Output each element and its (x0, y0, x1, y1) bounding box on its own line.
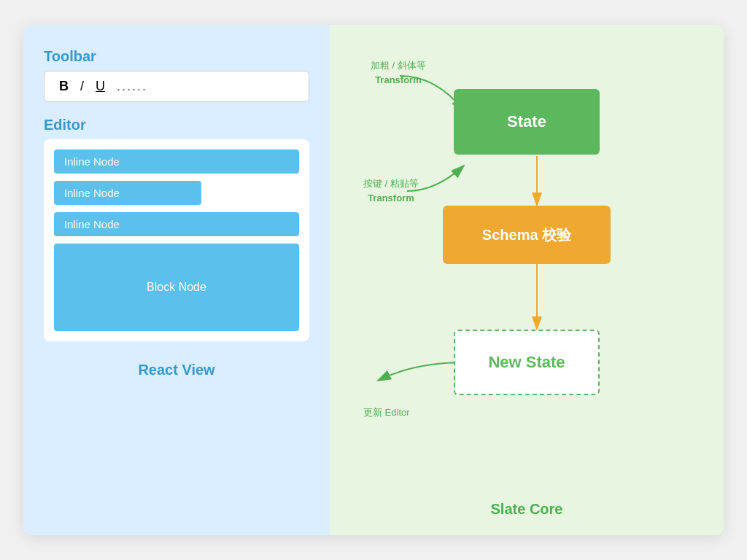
new-state-box: New State (454, 330, 600, 395)
toolbar-section-label: Toolbar (44, 48, 309, 65)
slate-core-label: Slate Core (356, 492, 697, 518)
bold-button[interactable]: B (59, 79, 69, 94)
block-node: Block Node (54, 244, 299, 331)
underline-button[interactable]: U (96, 79, 105, 94)
editor-box: Inline Node Inline Node Inline Node Bloc… (44, 139, 309, 341)
toolbar-more: ...... (117, 79, 147, 94)
toolbar-separator: / (80, 79, 84, 94)
main-container: Toolbar B / U ...... Editor Inline Node … (23, 25, 724, 535)
react-view-label: React View (44, 362, 309, 378)
inline-node-2: Inline Node (54, 181, 201, 205)
annotation-transform-2: 按键 / 粘贴等 Transform (363, 176, 419, 205)
left-panel: Toolbar B / U ...... Editor Inline Node … (23, 25, 330, 535)
toolbar-box: B / U ...... (44, 71, 309, 102)
diagram: 加粗 / 斜体等 Transform 按键 / 粘贴等 Transform St… (356, 45, 697, 492)
annotation-transform-1: 加粗 / 斜体等 Transform (371, 58, 426, 87)
schema-box: Schema 校验 (443, 206, 611, 264)
inline-node-1: Inline Node (54, 149, 299, 174)
editor-section-label: Editor (44, 117, 309, 133)
state-box: State (454, 89, 600, 155)
right-panel: 加粗 / 斜体等 Transform 按键 / 粘贴等 Transform St… (330, 25, 724, 535)
annotation-update-editor: 更新 Editor (363, 405, 410, 420)
inline-node-3: Inline Node (54, 212, 299, 236)
